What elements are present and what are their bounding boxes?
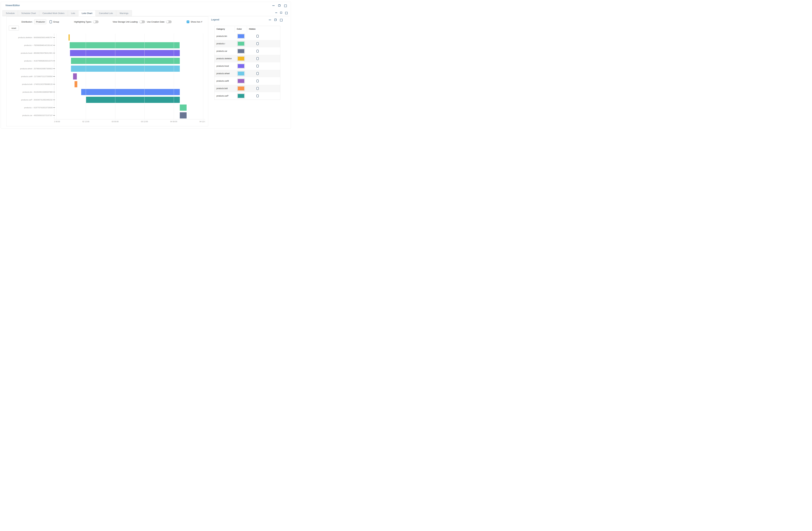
chevron-down-icon: ▾ [44, 21, 45, 23]
legend-category-label: products.hood [215, 65, 235, 67]
maximize-icon[interactable] [285, 12, 287, 14]
y-axis-tick [53, 69, 55, 69]
tab-lots-chart[interactable]: Lots Chart [78, 10, 96, 16]
minimize-icon[interactable] [275, 12, 277, 14]
hidden-checkbox[interactable] [257, 87, 259, 90]
legend-col-hidden: Hidden [247, 26, 280, 32]
view-storage-unit-loading-label: View Storage Unit Loading: [113, 20, 138, 23]
y-axis-label: products.car - 4302505015272107107 [6, 112, 53, 119]
gantt-bar-products-r[interactable] [180, 104, 187, 111]
color-swatch[interactable] [237, 49, 245, 54]
gantt-bar-products-car[interactable] [180, 112, 187, 118]
hidden-checkbox[interactable] [257, 72, 259, 75]
distribution-label: Distribution: [21, 20, 33, 23]
y-axis-tick [53, 45, 55, 45]
legend-row-products-skeleton: products.skeleton [215, 55, 280, 62]
tab-lots[interactable]: Lots [68, 10, 78, 16]
y-axis-tick [53, 84, 55, 84]
gantt-bar-products-carm[interactable] [73, 73, 77, 79]
gantt-bar-products-r[interactable] [71, 58, 180, 64]
check-icon: ✓ [187, 20, 189, 23]
x-axis-label: 04 00:00 [170, 121, 177, 122]
tab-strip: ScheduleSchedule ChartCancelled Work Ord… [2, 10, 289, 16]
toggle-knob [166, 20, 169, 23]
y-axis-label: products.wheel - 2579664320807300663 [6, 65, 53, 73]
y-axis-label: products.r - 6197707416010733698 [6, 104, 53, 112]
hidden-checkbox[interactable] [257, 57, 259, 60]
view-storage-unit-loading-toggle[interactable] [140, 20, 145, 23]
gantt-bar-products-skeleton[interactable] [69, 34, 70, 41]
hidden-checkbox[interactable] [257, 94, 259, 98]
gantt-bar-products-wheel[interactable] [71, 65, 180, 72]
color-swatch[interactable] [237, 86, 245, 91]
legend-row-products-hood: products.hood [215, 62, 280, 70]
distribution-select[interactable]: Products ▾ [34, 19, 46, 24]
restore-icon[interactable] [274, 19, 277, 21]
maximize-icon[interactable] [284, 4, 286, 7]
color-swatch[interactable] [237, 41, 245, 46]
y-axis-label: products.carP - 2642007312662465232 [6, 96, 53, 104]
gantt-plot-area: 02 00:0002 12:0003 00:0003 12:0004 00:00… [54, 34, 205, 124]
hidden-checkbox[interactable] [257, 64, 259, 68]
color-swatch[interactable] [237, 71, 245, 76]
minimize-icon[interactable] [269, 19, 271, 21]
use-creation-date-label: Use Creation Date: [147, 20, 165, 23]
tab-schedule[interactable]: Schedule [2, 10, 18, 16]
use-creation-date-toggle[interactable] [166, 20, 172, 23]
gridline [86, 34, 86, 119]
reset-button[interactable]: reset [9, 26, 19, 30]
x-axis-label: 04 12:00 [200, 121, 205, 122]
legend-col-category: Category [215, 26, 235, 32]
gantt-bar-products-bolt[interactable] [74, 81, 77, 87]
y-axis-tick [53, 61, 55, 61]
restore-icon[interactable] [278, 4, 280, 7]
restore-icon[interactable] [280, 12, 282, 14]
toggle-knob [93, 20, 96, 23]
y-axis-label: products.r - 7820683848142155142 [6, 41, 53, 49]
highlighting-types-toggle[interactable] [93, 20, 99, 23]
y-axis-tick [53, 37, 55, 38]
legend-table: Category Color Hidden products.binproduc… [214, 26, 280, 100]
gantt-bar-products-bin[interactable] [81, 89, 180, 95]
legend-category-label: products.carM [215, 80, 235, 82]
distribution-value: Products [36, 20, 44, 23]
tab-cancelled-work-orders[interactable]: Cancelled Work Orders [39, 10, 68, 16]
hidden-checkbox[interactable] [257, 50, 259, 53]
legend-row-products-carm: products.carM [215, 77, 280, 85]
color-swatch[interactable] [237, 34, 245, 39]
legend-title: Legend [211, 18, 219, 21]
y-axis-label: products.r - 4142799958639310279 [6, 57, 53, 65]
window-controls [272, 4, 286, 7]
gantt-bar-products-carp[interactable] [86, 97, 180, 103]
color-swatch[interactable] [237, 64, 245, 68]
y-axis-label: products.bin - 8116549615686587888 [6, 88, 53, 96]
maximize-icon[interactable] [280, 19, 282, 21]
gridline [174, 34, 174, 119]
hidden-checkbox[interactable] [257, 79, 259, 83]
gridline [115, 34, 115, 119]
tab-cancelled-lots[interactable]: Cancelled Lots [96, 10, 116, 16]
minimize-icon[interactable] [272, 4, 275, 7]
tab-warnings[interactable]: Warnings [116, 10, 132, 16]
y-axis-label: products.skeleton - 9043569256014495797 [6, 34, 53, 41]
hidden-checkbox[interactable] [257, 35, 259, 38]
gantt-bar-products-r[interactable] [70, 42, 179, 48]
group-checkbox[interactable] [49, 20, 52, 24]
color-swatch[interactable] [237, 94, 245, 98]
hidden-checkbox[interactable] [257, 42, 259, 45]
legend-category-label: products.car [215, 50, 235, 52]
legend-table-header: Category Color Hidden [215, 26, 280, 32]
color-swatch[interactable] [237, 79, 245, 83]
legend-panel: Legend Category Color Hidden products.bi… [208, 16, 290, 126]
gantt-bar-products-hood[interactable] [70, 50, 180, 56]
x-axis-label: 02 12:00 [82, 121, 89, 122]
toggle-knob [140, 20, 142, 23]
x-axis-label: 03 12:00 [141, 121, 148, 122]
tab-schedule-chart[interactable]: Schedule Chart [18, 10, 39, 16]
legend-row-products-car: products.car [215, 47, 280, 55]
legend-category-label: products.carP [215, 95, 235, 97]
color-swatch[interactable] [237, 56, 245, 61]
legend-category-label: products.r [215, 43, 235, 45]
show-axis-y-checkbox[interactable]: ✓ [187, 20, 189, 23]
legend-row-products-wheel: products.wheel [215, 70, 280, 77]
